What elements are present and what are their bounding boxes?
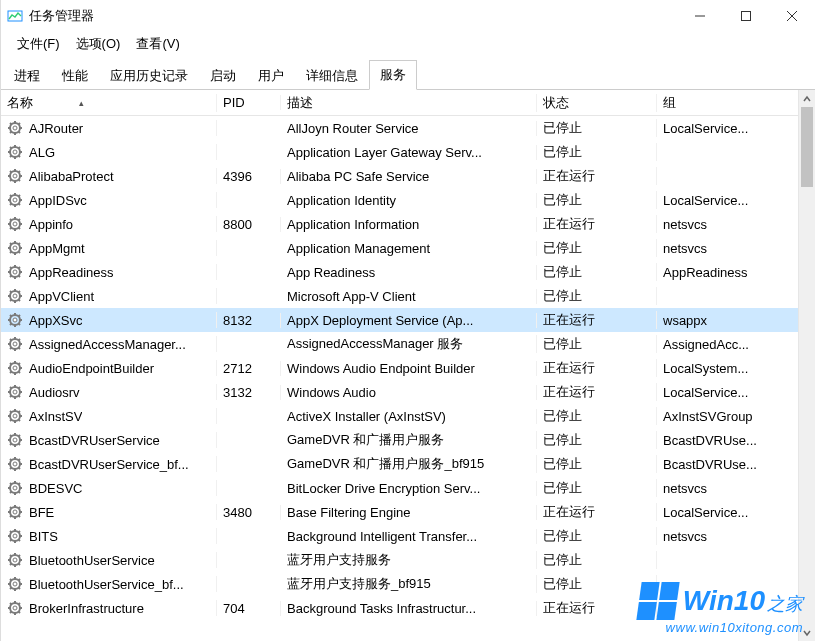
col-header-state[interactable]: 状态 [537, 94, 657, 112]
svg-line-50 [10, 219, 12, 221]
close-button[interactable] [769, 0, 815, 32]
svg-line-161 [19, 492, 21, 494]
service-state: 已停止 [537, 527, 657, 545]
service-name: AlibabaProtect [29, 169, 114, 184]
svg-line-172 [10, 516, 12, 518]
table-row[interactable]: AxInstSVActiveX Installer (AxInstSV)已停止A… [1, 404, 815, 428]
svg-rect-2 [742, 12, 751, 21]
svg-line-121 [19, 396, 21, 398]
service-name: AppIDSvc [29, 193, 87, 208]
svg-point-44 [13, 198, 17, 202]
svg-line-173 [19, 507, 21, 509]
service-group: netsvcs [657, 481, 789, 496]
svg-line-43 [19, 195, 21, 197]
svg-line-30 [10, 171, 12, 173]
tab-app-history[interactable]: 应用历史记录 [99, 61, 199, 90]
vertical-scrollbar[interactable] [798, 90, 815, 641]
svg-line-112 [10, 372, 12, 374]
tab-users[interactable]: 用户 [247, 61, 295, 90]
table-row[interactable]: ALGApplication Layer Gateway Serv...已停止 [1, 140, 815, 164]
svg-line-22 [10, 156, 12, 158]
maximize-button[interactable] [723, 0, 769, 32]
table-row[interactable]: BDESVCBitLocker Drive Encryption Serv...… [1, 476, 815, 500]
scroll-track[interactable] [799, 107, 815, 624]
service-gear-icon [7, 336, 23, 352]
svg-line-213 [19, 603, 21, 605]
table-row[interactable]: AppMgmtApplication Management已停止netsvcs [1, 236, 815, 260]
table-row[interactable]: BrokerInfrastructure704Background Tasks … [1, 596, 815, 620]
table-row[interactable]: AudioEndpointBuilder2712Windows Audio En… [1, 356, 815, 380]
table-row[interactable]: BluetoothUserService蓝牙用户支持服务已停止 [1, 548, 815, 572]
table-row[interactable]: BITSBackground Intelligent Transfer...已停… [1, 524, 815, 548]
svg-line-32 [10, 180, 12, 182]
service-gear-icon [7, 288, 23, 304]
table-row[interactable]: AJRouterAllJoyn Router Service已停止LocalSe… [1, 116, 815, 140]
table-body: AJRouterAllJoyn Router Service已停止LocalSe… [1, 116, 815, 641]
scroll-up-button[interactable] [799, 90, 815, 107]
svg-line-101 [19, 348, 21, 350]
svg-line-203 [19, 579, 21, 581]
minimize-button[interactable] [677, 0, 723, 32]
svg-line-193 [19, 555, 21, 557]
svg-point-194 [13, 558, 17, 562]
svg-line-171 [19, 516, 21, 518]
svg-line-70 [10, 267, 12, 269]
svg-line-21 [19, 156, 21, 158]
col-header-group[interactable]: 组 [657, 94, 789, 112]
menu-file[interactable]: 文件(F) [11, 33, 66, 55]
service-name: BDESVC [29, 481, 82, 496]
svg-line-60 [10, 243, 12, 245]
svg-line-212 [10, 612, 12, 614]
service-gear-icon [7, 576, 23, 592]
table-row[interactable]: Appinfo8800Application Information正在运行ne… [1, 212, 815, 236]
scroll-down-button[interactable] [799, 624, 815, 641]
svg-line-71 [19, 276, 21, 278]
table-row[interactable]: AssignedAccessManager...AssignedAccessMa… [1, 332, 815, 356]
svg-point-84 [13, 294, 17, 298]
menu-view[interactable]: 查看(V) [130, 33, 185, 55]
task-manager-window: 任务管理器 文件(F) 选项(O) 查看(V) 进程 性能 应用历史记录 启动 … [0, 0, 815, 641]
service-desc: Base Filtering Engine [281, 505, 537, 520]
table-row[interactable]: AppReadinessApp Readiness已停止AppReadiness [1, 260, 815, 284]
table-row[interactable]: BluetoothUserService_bf...蓝牙用户支持服务_bf915… [1, 572, 815, 596]
app-icon [7, 8, 23, 24]
tab-details[interactable]: 详细信息 [295, 61, 369, 90]
svg-line-90 [10, 315, 12, 317]
table-row[interactable]: BcastDVRUserServiceGameDVR 和广播用户服务已停止Bca… [1, 428, 815, 452]
tab-performance[interactable]: 性能 [51, 61, 99, 90]
scroll-thumb[interactable] [801, 107, 813, 187]
services-table: 名称 ▴ PID 描述 状态 组 AJRouterAllJoyn Router … [1, 90, 815, 641]
service-group: AppReadiness [657, 265, 789, 280]
svg-line-143 [19, 435, 21, 437]
col-header-pid[interactable]: PID [217, 95, 281, 110]
svg-line-91 [19, 324, 21, 326]
table-row[interactable]: BcastDVRUserService_bf...GameDVR 和广播用户服务… [1, 452, 815, 476]
service-group: AxInstSVGroup [657, 409, 789, 424]
table-row[interactable]: AppXSvc8132AppX Deployment Service (Ap..… [1, 308, 815, 332]
svg-line-40 [10, 195, 12, 197]
svg-line-82 [10, 300, 12, 302]
table-row[interactable]: AlibabaProtect4396Alibaba PC Safe Servic… [1, 164, 815, 188]
svg-line-210 [10, 603, 12, 605]
service-state: 正在运行 [537, 215, 657, 233]
svg-line-42 [10, 204, 12, 206]
svg-line-61 [19, 252, 21, 254]
table-row[interactable]: Audiosrv3132Windows Audio正在运行LocalServic… [1, 380, 815, 404]
col-header-name[interactable]: 名称 ▴ [1, 94, 217, 112]
table-row[interactable]: AppIDSvcApplication Identity已停止LocalServ… [1, 188, 815, 212]
tab-startup[interactable]: 启动 [199, 61, 247, 90]
tab-services[interactable]: 服务 [369, 60, 417, 90]
service-pid: 4396 [217, 169, 281, 184]
menu-options[interactable]: 选项(O) [70, 33, 127, 55]
service-group: netsvcs [657, 241, 789, 256]
tab-processes[interactable]: 进程 [3, 61, 51, 90]
service-desc: Alibaba PC Safe Service [281, 169, 537, 184]
table-row[interactable]: BFE3480Base Filtering Engine正在运行LocalSer… [1, 500, 815, 524]
service-state: 正在运行 [537, 503, 657, 521]
col-header-desc[interactable]: 描述 [281, 94, 537, 112]
service-desc: Application Management [281, 241, 537, 256]
service-desc: 蓝牙用户支持服务_bf915 [281, 575, 537, 593]
table-row[interactable]: AppVClientMicrosoft App-V Client已停止 [1, 284, 815, 308]
service-group: netsvcs [657, 217, 789, 232]
service-desc: Application Identity [281, 193, 537, 208]
